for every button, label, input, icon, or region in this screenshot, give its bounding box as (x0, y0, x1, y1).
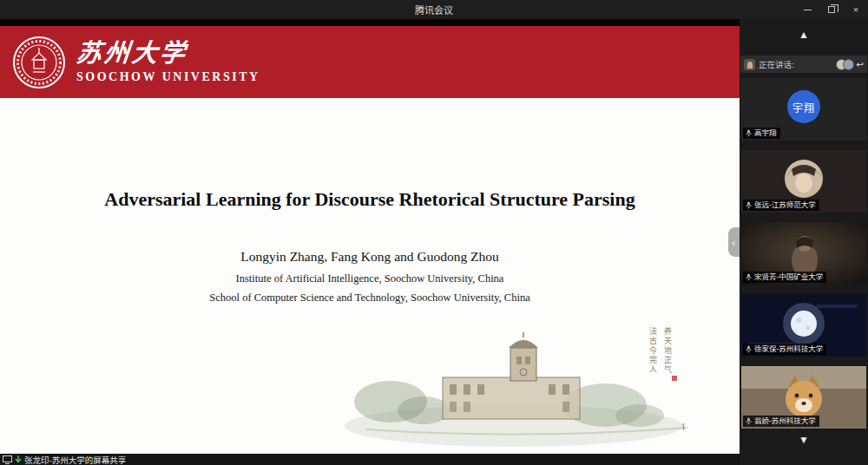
microphone-icon (746, 273, 752, 281)
participant-name: 高宇翔 (754, 129, 777, 137)
university-name-block: 苏州大学 SOOCHOW UNIVERSITY (76, 40, 260, 84)
participant-name: 张远-江苏师范大学 (754, 201, 816, 209)
speaker-mini-avatar-2 (843, 59, 854, 70)
scroll-up-button[interactable]: ▲ (799, 29, 809, 40)
screen-share-status-bar: 张龙印-苏州大学的屏幕共享 (0, 454, 740, 465)
screen-share-icon (3, 455, 12, 464)
arrow-up-icon: ▲ (799, 29, 809, 41)
slide-affiliation-2: School of Computer Science and Technolog… (0, 291, 740, 305)
participant-thumbnails: 宇翔 高宇翔 (741, 78, 866, 429)
close-button[interactable]: × (844, 0, 868, 19)
speaking-indicator-bar[interactable]: 正在讲话: ↩ (740, 56, 867, 73)
microphone-icon (746, 129, 752, 137)
participant-name-tag: 翁娇-苏州科技大学 (743, 416, 819, 427)
participants-sidebar: ▲ 正在讲话: ↩ 宇翔 (740, 19, 868, 465)
download-arrow-icon (15, 455, 22, 463)
participant-name-tag: 高宇翔 (743, 128, 780, 139)
participant-name: 翁娇-苏州科技大学 (754, 417, 816, 425)
participant-tile-2[interactable]: 张远-江苏师范大学 (741, 150, 866, 213)
main-area: 苏州大学 SOOCHOW UNIVERSITY Adversarial Lear… (0, 19, 868, 465)
slide-authors: Longyin Zhang, Fang Kong and Guodong Zho… (0, 249, 740, 265)
scroll-down-button[interactable]: ▼ (799, 435, 809, 445)
restore-icon (828, 6, 835, 13)
participant-tile-4[interactable]: 徐家保-苏州科技大学 (741, 294, 866, 357)
microphone-icon (746, 345, 752, 353)
university-banner: 苏州大学 SOOCHOW UNIVERSITY (0, 26, 740, 98)
share-label: 张龙印-苏州大学的屏幕共享 (24, 454, 126, 465)
watercolor-painting: 法古今完人 养天地正气 (340, 325, 715, 452)
participant-tile-5[interactable]: 翁娇-苏州科技大学 (741, 366, 866, 429)
motto-line-1: 养天地正气 (662, 327, 674, 375)
close-icon: × (853, 4, 858, 15)
university-name-chinese: 苏州大学 (75, 40, 261, 68)
microphone-icon (746, 201, 752, 209)
participant-tile-3[interactable]: 宋贤芳-中国矿业大学 (741, 222, 866, 285)
slide-body: Adversarial Learning for Discourse Rheto… (0, 98, 740, 454)
meeting-window: 腾讯会议 × (0, 0, 868, 465)
microphone-icon (746, 417, 752, 425)
window-controls: × (795, 0, 868, 19)
window-title: 腾讯会议 (415, 3, 453, 16)
arrow-down-icon: ▼ (799, 434, 809, 446)
participant-name-tag: 徐家保-苏州科技大学 (743, 344, 826, 355)
restore-button[interactable] (819, 0, 844, 19)
sidebar-collapse-tab[interactable]: ‹ (728, 227, 740, 257)
titlebar: 腾讯会议 × (0, 0, 868, 19)
speaking-avatars (836, 59, 854, 70)
red-seal-mark (672, 376, 677, 381)
speaker-avatar (744, 59, 755, 70)
reply-arrow-icon: ↩ (857, 60, 864, 69)
motto-line-2: 法古今完人 (648, 327, 659, 375)
participant-name-tag: 宋贤芳-中国矿业大学 (743, 272, 826, 283)
university-name-english: SOOCHOW UNIVERSITY (76, 70, 260, 84)
university-seal-icon (12, 36, 66, 89)
minimize-icon (804, 10, 812, 10)
participant-tile-1[interactable]: 宇翔 高宇翔 (741, 78, 866, 141)
slide-title: Adversarial Learning for Discourse Rheto… (0, 98, 740, 211)
university-motto: 法古今完人 养天地正气 (648, 327, 674, 375)
avatar-initials: 宇翔 (787, 90, 820, 123)
participant-name: 徐家保-苏州科技大学 (754, 345, 823, 353)
participant-name-tag: 张远-江苏师范大学 (743, 200, 819, 211)
slide-affiliation-1: Institute of Artificial Intelligence, So… (0, 272, 740, 285)
slide-page-number: 1 (681, 421, 687, 431)
shared-screen-stage: 苏州大学 SOOCHOW UNIVERSITY Adversarial Lear… (0, 19, 740, 465)
minimize-button[interactable] (795, 0, 819, 19)
chevron-left-icon: ‹ (732, 236, 735, 249)
speaking-label: 正在讲话: (759, 58, 794, 70)
slide: 苏州大学 SOOCHOW UNIVERSITY Adversarial Lear… (0, 19, 740, 454)
participant-name: 宋贤芳-中国矿业大学 (754, 273, 823, 281)
